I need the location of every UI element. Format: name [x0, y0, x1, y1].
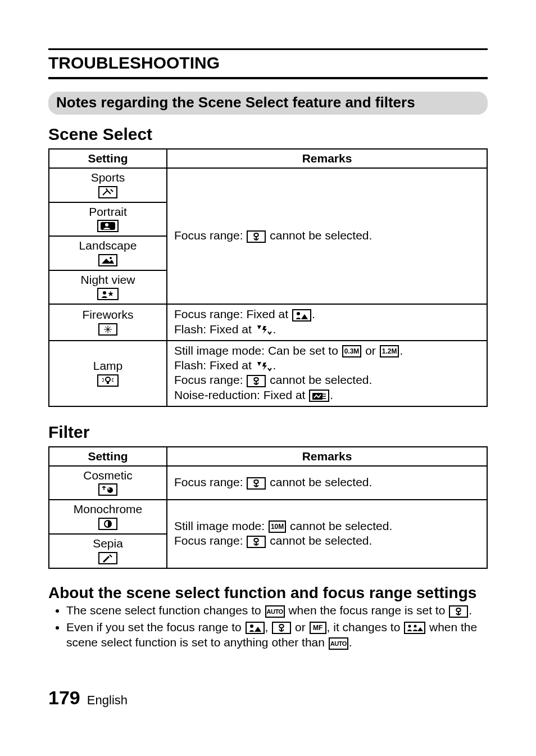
col-setting: Setting: [49, 149, 167, 168]
row-sports: Sports: [49, 168, 167, 202]
svg-point-21: [107, 487, 113, 493]
about-bullets: The scene select function changes to AUT…: [56, 603, 488, 650]
label-sports: Sports: [91, 171, 125, 184]
text: .: [273, 323, 276, 336]
text: or: [295, 621, 309, 633]
row-nightview: Night view: [49, 270, 167, 305]
remarks-mono-sepia: Still image mode: 10M cannot be selected…: [167, 500, 487, 568]
text: cannot be selected.: [270, 229, 372, 242]
text: Focus range:: [174, 373, 246, 386]
text: .: [273, 359, 276, 372]
person-mountain-combo-icon: [404, 622, 425, 634]
text: cannot be selected.: [270, 476, 372, 488]
text: ,: [265, 621, 272, 633]
svg-point-2: [110, 257, 112, 259]
svg-point-13: [297, 312, 300, 315]
svg-rect-15: [107, 382, 109, 384]
remarks-fireworks: Focus range: Fixed at . Flash: Fixed at …: [167, 304, 487, 341]
label-monochrome: Monochrome: [74, 503, 143, 515]
remarks-cosmetic: Focus range: cannot be selected.: [167, 466, 487, 500]
svg-point-3: [103, 291, 106, 295]
fireworks-icon: [98, 323, 117, 336]
text: The scene select function changes to: [66, 604, 265, 617]
svg-point-26: [414, 625, 417, 628]
row-portrait: Portrait: [49, 202, 167, 237]
macro-icon: [247, 477, 266, 490]
m03-icon: 0.3M: [342, 345, 362, 357]
text: .: [469, 604, 472, 617]
row-fireworks: Fireworks: [49, 304, 167, 341]
flash-off-icon: [256, 360, 272, 373]
text: Even if you set the focus range to: [66, 621, 245, 633]
notes-pill: Notes regarding the Scene Select feature…: [48, 92, 488, 115]
auto-icon: AUTO: [265, 605, 285, 618]
lamp-icon: [97, 374, 119, 387]
label-cosmetic: Cosmetic: [83, 469, 133, 482]
nightview-icon: [97, 288, 119, 300]
landscape-icon: [98, 254, 117, 266]
mf-icon: MF: [310, 622, 326, 634]
label-nightview: Night view: [81, 273, 135, 286]
macro-icon: [449, 605, 468, 618]
text: Focus range: Fixed at: [174, 307, 292, 320]
filter-heading: Filter: [48, 423, 488, 442]
chapter-title: TROUBLESHOOTING: [48, 48, 488, 79]
svg-line-18: [112, 378, 113, 379]
svg-point-22: [108, 488, 110, 490]
auto-icon: AUTO: [329, 637, 348, 650]
text: Flash: Fixed at: [174, 359, 255, 372]
svg-line-17: [102, 381, 104, 382]
svg-line-19: [112, 381, 113, 382]
text: cannot be selected.: [270, 373, 372, 386]
page-number: 179: [48, 687, 80, 708]
bullet-2: Even if you set the focus range to , or …: [66, 619, 488, 650]
mountain-person-icon: [246, 622, 265, 634]
text: Focus range:: [174, 476, 246, 488]
remarks-lamp: Still image mode: Can be set to 0.3M or …: [167, 341, 487, 406]
col-remarks: Remarks: [167, 447, 487, 466]
text: cannot be selected.: [270, 534, 372, 547]
svg-point-24: [250, 624, 253, 628]
svg-line-16: [102, 378, 104, 379]
scene-select-heading: Scene Select: [48, 125, 488, 144]
label-landscape: Landscape: [79, 239, 137, 252]
row-monochrome: Monochrome: [49, 500, 167, 534]
page-footer: 179 English: [48, 687, 128, 709]
macro-icon: [247, 375, 266, 387]
filter-table: Setting Remarks Cosmetic Focus range: ca…: [48, 446, 488, 569]
noise-reduction-icon: [309, 390, 329, 402]
text: Flash: Fixed at: [174, 323, 255, 336]
col-remarks: Remarks: [167, 149, 487, 168]
scene-select-table: Setting Remarks Sports Focus range: cann…: [48, 148, 488, 407]
svg-point-14: [106, 377, 110, 382]
col-setting: Setting: [49, 447, 167, 466]
text: Still image mode:: [174, 519, 268, 532]
text: cannot be selected.: [290, 519, 392, 532]
svg-line-12: [108, 329, 111, 332]
macro-icon: [272, 622, 291, 634]
macro-icon: [247, 536, 266, 548]
page-lang: English: [87, 693, 128, 707]
about-heading: About the scene select function and focu…: [48, 585, 488, 602]
text: .: [330, 388, 333, 401]
text: Focus range:: [174, 534, 246, 547]
svg-point-1: [105, 223, 108, 227]
label-fireworks: Fireworks: [82, 308, 133, 321]
text: Focus range:: [174, 229, 246, 242]
text: Noise-reduction: Fixed at: [174, 388, 308, 401]
label-portrait: Portrait: [89, 205, 127, 218]
cosmetic-icon: [98, 483, 117, 496]
svg-line-9: [105, 327, 108, 329]
monochrome-icon: [98, 518, 117, 530]
row-sepia: Sepia: [49, 534, 167, 568]
m12-icon: 1.2M: [380, 345, 399, 357]
row-lamp: Lamp: [49, 341, 167, 406]
svg-line-10: [108, 327, 111, 329]
label-lamp: Lamp: [93, 359, 123, 372]
text: .: [312, 307, 315, 320]
text: or: [365, 344, 379, 357]
svg-point-25: [408, 625, 411, 628]
svg-line-11: [105, 329, 108, 332]
portrait-icon: [97, 220, 119, 232]
flash-off-icon: [256, 324, 272, 336]
